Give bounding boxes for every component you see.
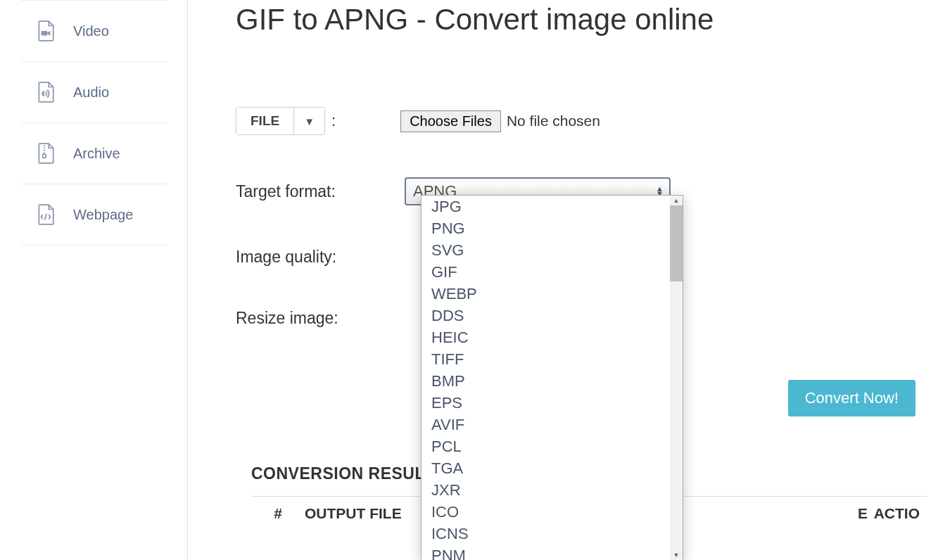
sidebar-list: Video Audio xyxy=(0,0,187,246)
no-file-chosen-text: No file chosen xyxy=(507,113,600,129)
sidebar-item-video[interactable]: Video xyxy=(21,0,166,62)
video-icon xyxy=(37,20,55,42)
webpage-icon xyxy=(37,204,55,225)
scroll-down-arrow-icon[interactable]: ▼ xyxy=(670,550,683,560)
target-format-label: Target format: xyxy=(236,182,405,201)
dropdown-option-jpg[interactable]: JPG xyxy=(422,196,683,217)
dropdown-option-pcl[interactable]: PCL xyxy=(422,435,683,457)
dropdown-option-avif[interactable]: AVIF xyxy=(422,414,683,435)
svg-rect-1 xyxy=(43,154,46,158)
dropdown-list: JPGPNGSVGGIFWEBPDDSHEICTIFFBMPEPSAVIFPCL… xyxy=(422,196,683,560)
dropdown-option-eps[interactable]: EPS xyxy=(422,392,683,414)
archive-icon xyxy=(37,143,55,164)
sidebar-item-audio[interactable]: Audio xyxy=(21,62,166,123)
dropdown-option-tiff[interactable]: TIFF xyxy=(422,348,683,370)
sidebar: Video Audio xyxy=(0,0,188,560)
file-source-button[interactable]: FILE xyxy=(236,108,293,134)
file-source-dropdown-toggle[interactable]: ▼ xyxy=(293,108,324,134)
image-quality-label: Image quality: xyxy=(236,248,405,267)
dropdown-option-tga[interactable]: TGA xyxy=(422,457,683,479)
sidebar-item-label: Audio xyxy=(73,84,109,101)
page-title: GIF to APNG - Convert image online xyxy=(236,3,938,37)
dropdown-option-dds[interactable]: DDS xyxy=(422,305,683,326)
dropdown-option-jxr[interactable]: JXR xyxy=(422,479,683,501)
sidebar-item-label: Archive xyxy=(73,146,120,162)
scroll-thumb[interactable] xyxy=(670,205,683,281)
sidebar-item-archive[interactable]: Archive xyxy=(21,123,166,184)
svg-rect-0 xyxy=(42,31,48,35)
dropdown-option-svg[interactable]: SVG xyxy=(422,239,683,261)
column-header-action: ACTIO xyxy=(868,505,927,522)
dropdown-option-icns[interactable]: ICNS xyxy=(422,523,683,545)
audio-icon xyxy=(37,82,55,103)
dropdown-option-ico[interactable]: ICO xyxy=(422,501,683,523)
dropdown-option-webp[interactable]: WEBP xyxy=(422,283,683,305)
file-row: FILE ▼ : Choose Files No file chosen xyxy=(236,107,938,135)
sidebar-item-label: Webpage xyxy=(73,207,133,223)
choose-files-button[interactable]: Choose Files xyxy=(400,110,501,132)
column-header-index: # xyxy=(251,505,305,522)
convert-now-button[interactable]: Convert Now! xyxy=(788,380,915,416)
target-format-dropdown: JPGPNGSVGGIFWEBPDDSHEICTIFFBMPEPSAVIFPCL… xyxy=(421,195,683,560)
resize-image-label: Resize image: xyxy=(236,309,405,328)
dropdown-option-gif[interactable]: GIF xyxy=(422,261,683,283)
dropdown-option-bmp[interactable]: BMP xyxy=(422,370,683,392)
sidebar-item-webpage[interactable]: Webpage xyxy=(21,184,166,246)
scroll-up-arrow-icon[interactable]: ▲ xyxy=(670,196,683,205)
file-source-group: FILE ▼ xyxy=(236,107,325,135)
column-header-e: E xyxy=(657,505,868,522)
dropdown-option-pnm[interactable]: PNM xyxy=(422,545,683,560)
dropdown-option-heic[interactable]: HEIC xyxy=(422,326,683,348)
dropdown-option-png[interactable]: PNG xyxy=(422,217,683,239)
sidebar-item-label: Video xyxy=(73,23,109,39)
dropdown-scrollbar[interactable]: ▲ ▼ xyxy=(670,196,683,560)
colon: : xyxy=(331,112,336,130)
